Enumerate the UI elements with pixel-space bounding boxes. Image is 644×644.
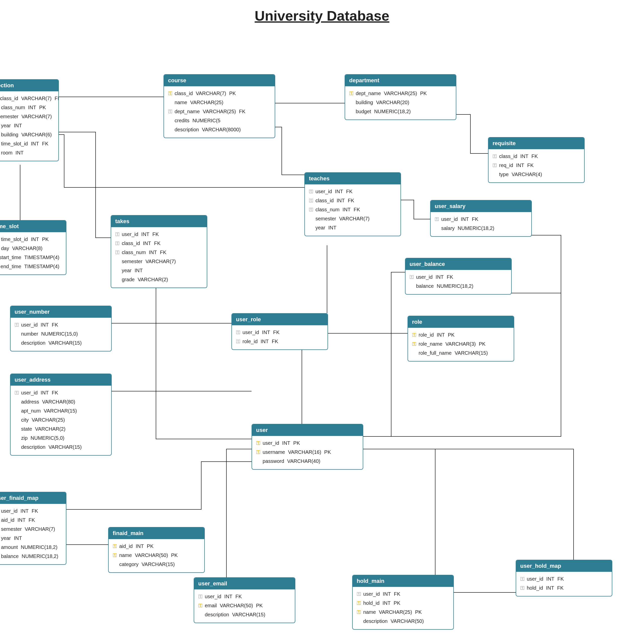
fk-key-icon: ⚿ <box>115 239 120 248</box>
column-type: INT <box>383 589 391 598</box>
column-name: hold_id <box>363 598 380 608</box>
entity-body: ⚿user_idINTFK⚿class_idINTFK⚿class_numINT… <box>111 227 207 288</box>
column-row: ⚿user_idINTFK <box>520 574 608 583</box>
column-type: INT <box>14 121 22 130</box>
column-name: building <box>1 130 18 139</box>
column-row: ⚿nameVARCHAR(25)PK <box>356 608 450 617</box>
column-type: INT <box>437 330 445 339</box>
fk-key-icon: ⚿ <box>14 320 20 329</box>
pk-key-icon: ⚿ <box>112 542 118 551</box>
column-row: nameVARCHAR(25) <box>168 98 271 107</box>
pk-key-icon: ⚿ <box>356 598 362 608</box>
column-name: credits <box>175 116 189 125</box>
entity-header: user_finaid_map <box>0 492 66 504</box>
fk-key-icon: ⚿ <box>115 230 120 239</box>
entity-body: ⚿role_idINTPK⚿role_nameVARCHAR(3)PKrole_… <box>408 328 514 361</box>
column-constraint: FK <box>29 515 35 525</box>
column-type: INT <box>262 328 270 337</box>
column-constraint: PK <box>394 598 400 608</box>
entity-header: requisite <box>489 138 584 149</box>
column-row: ⚿class_idINTFK <box>115 239 203 248</box>
column-row: balanceNUMERIC(18,2) <box>409 281 508 291</box>
fk-key-icon: ⚿ <box>520 583 525 592</box>
column-type: INT <box>224 592 232 601</box>
column-type: VARCHAR(8) <box>12 244 43 253</box>
column-row: typeVARCHAR(4) <box>492 170 581 179</box>
column-type: VARCHAR(25) <box>32 415 65 424</box>
column-row: ⚿role_idINTFK <box>235 337 324 346</box>
column-type: VARCHAR(7) <box>145 257 176 266</box>
column-name: user_id <box>441 215 458 224</box>
column-name: budget <box>356 107 371 116</box>
column-name: email <box>205 601 217 610</box>
column-name: class_id <box>315 196 334 205</box>
column-name: category <box>119 560 139 569</box>
fk-key-icon: ⚿ <box>520 574 525 583</box>
column-row: ⚿dept_nameVARCHAR(25)PK <box>349 89 452 98</box>
column-constraint: PK <box>39 103 46 112</box>
column-row: descriptionVARCHAR(8000) <box>168 125 271 134</box>
column-row: addressVARCHAR(80) <box>14 397 108 406</box>
column-type: INT <box>21 506 29 515</box>
column-constraint: PK <box>171 551 178 560</box>
entity-header: user_role <box>232 314 328 325</box>
column-type: VARCHAR(7) <box>196 89 226 98</box>
entity-body: ⚿user_idINTPK⚿usernameVARCHAR(16)PKpassw… <box>252 436 363 469</box>
entity-header: time_slot <box>0 221 66 232</box>
column-type: NUMERIC(18,2) <box>374 107 411 116</box>
column-constraint: PK <box>293 438 300 448</box>
column-type: INT <box>41 320 49 329</box>
column-row: ⚿dept_nameVARCHAR(25)FK <box>168 107 271 116</box>
column-type: VARCHAR(7) <box>21 94 52 103</box>
entity-body: ⚿class_idINTFK⚿req_idINTFKtypeVARCHAR(4) <box>489 149 584 182</box>
column-name: end_time <box>1 262 21 271</box>
column-row: ⚿user_idINTFK <box>409 272 508 281</box>
column-row: descriptionVARCHAR(15) <box>198 610 291 619</box>
column-row: ⚿nameVARCHAR(50)PK <box>112 551 201 560</box>
column-type: INT <box>282 438 290 448</box>
column-constraint: PK <box>147 542 154 551</box>
fk-key-icon: ⚿ <box>14 388 20 397</box>
column-constraint: FK <box>42 139 49 148</box>
column-name: day <box>1 244 9 253</box>
column-constraint: FK <box>55 94 59 103</box>
entity-body: ⚿user_idINTFK⚿hold_idINTFK <box>516 572 612 596</box>
entity-header: user_email <box>194 578 295 589</box>
column-name: role_full_name <box>419 348 452 357</box>
column-row: apt_numVARCHAR(15) <box>14 406 108 415</box>
column-name: description <box>175 125 199 134</box>
column-row: salaryNUMERIC(18,2) <box>434 224 528 233</box>
column-constraint: PK <box>415 608 422 617</box>
pk-key-icon: ⚿ <box>412 330 417 339</box>
entity-header: teaches <box>305 173 400 184</box>
column-row: cityVARCHAR(25) <box>14 415 108 424</box>
column-name: user_id <box>315 187 332 196</box>
entity-user_number: user_number⚿user_idINTFKnumberNUMERIC(15… <box>10 306 112 351</box>
column-row: budgetNUMERIC(18,2) <box>349 107 452 116</box>
column-row: role_full_nameVARCHAR(15) <box>412 348 510 357</box>
column-row: ⚿class_numINTPK <box>0 103 55 112</box>
column-type: NUMERIC(18,2) <box>21 543 58 552</box>
column-type: VARCHAR(50) <box>135 551 168 560</box>
column-type: INT <box>135 266 143 275</box>
column-name: semester <box>0 112 18 121</box>
pk-key-icon: ⚿ <box>356 608 362 617</box>
column-type: INT <box>143 239 151 248</box>
column-name: room <box>1 148 13 157</box>
column-name: password <box>263 457 284 466</box>
entity-user_email: user_email⚿user_idINTFK⚿emailVARCHAR(50)… <box>194 577 295 623</box>
column-name: role_id <box>419 330 434 339</box>
column-name: req_id <box>499 161 513 170</box>
entity-header: role <box>408 316 514 328</box>
pk-key-icon: ⚿ <box>256 438 261 448</box>
column-type: VARCHAR(15) <box>232 610 265 619</box>
column-type: VARCHAR(4) <box>512 170 542 179</box>
column-type: VARCHAR(16) <box>288 448 321 457</box>
column-name: class_num <box>122 248 146 257</box>
column-name: city <box>21 415 29 424</box>
entity-body: ⚿class_idVARCHAR(7)PKnameVARCHAR(25)⚿dep… <box>164 86 275 138</box>
column-row: end_timeTIMESTAMP(4) <box>0 262 62 271</box>
column-type: NUMERIC(18,2) <box>22 552 58 561</box>
column-type: VARCHAR(15) <box>142 560 175 569</box>
column-row: roomINT <box>0 148 55 157</box>
